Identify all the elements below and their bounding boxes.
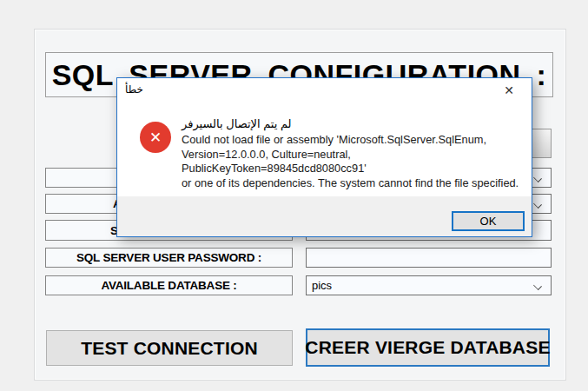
error-x-glyph: ✕ — [149, 129, 162, 147]
database-combobox[interactable]: pics — [306, 275, 552, 295]
dialog-message-line: Version=12.0.0.0, Culture=neutral, Publi… — [182, 148, 520, 176]
close-icon[interactable]: ✕ — [499, 82, 519, 99]
dialog-message-line: Could not load file or assembly 'Microso… — [182, 133, 520, 148]
password-field[interactable] — [306, 248, 552, 268]
error-dialog: خطأ ✕ ✕ لم يتم الإتصال بالسيرفر Could no… — [116, 77, 532, 237]
field-label-password: SQL SERVER USER PASSWORD : — [45, 248, 293, 268]
field-label-text: AVAILABLE DATABASE : — [101, 279, 236, 292]
combobox-value: pics — [312, 279, 332, 292]
field-label-database: AVAILABLE DATABASE : — [45, 275, 293, 295]
test-connection-button[interactable]: TEST CONNECTION — [46, 330, 293, 366]
ok-button[interactable]: OK — [452, 211, 525, 231]
dialog-message-line: or one of its dependencies. The system c… — [182, 176, 520, 191]
chevron-down-icon — [534, 174, 542, 182]
dialog-message: لم يتم الإتصال بالسيرفر Could not load f… — [182, 115, 520, 190]
error-icon: ✕ — [140, 122, 171, 153]
field-label-text: SQL SERVER USER PASSWORD : — [76, 251, 261, 264]
button-label: CREER VIERGE DATABASE — [305, 337, 550, 358]
dialog-title: خطأ — [125, 83, 143, 96]
button-label: TEST CONNECTION — [81, 338, 258, 359]
chevron-down-icon — [534, 282, 542, 289]
chevron-down-icon — [534, 200, 542, 208]
ok-button-label: OK — [480, 215, 497, 228]
dialog-message-arabic: لم يتم الإتصال بالسيرفر — [182, 115, 520, 133]
creer-vierge-database-button[interactable]: CREER VIERGE DATABASE — [306, 328, 550, 367]
